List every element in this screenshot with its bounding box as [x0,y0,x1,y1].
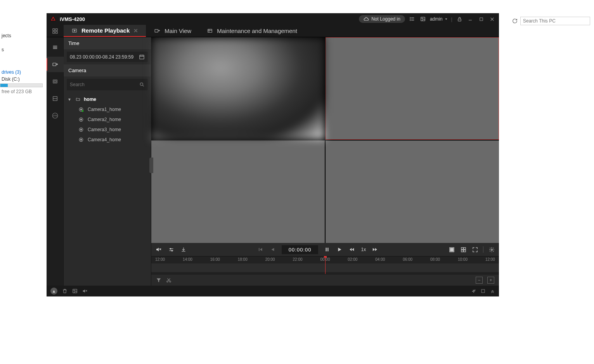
svg-marker-68 [375,248,377,251]
svg-rect-74 [464,250,466,252]
svg-rect-62 [326,248,327,251]
svg-point-46 [82,110,84,112]
disk-label[interactable]: Disk (C:) [0,76,47,83]
list-icon[interactable] [408,15,416,23]
timeline-tick: 12:00 [155,257,165,262]
timeline-tick: 02:00 [348,257,357,262]
timeline-cursor[interactable] [325,257,326,274]
svg-line-79 [168,278,170,281]
svg-rect-30 [53,63,56,66]
close-icon[interactable] [488,15,496,23]
camera-search-input[interactable] [70,82,139,87]
speed-label[interactable]: 1x [361,247,366,252]
explorer-item[interactable]: jects [0,32,47,39]
login-status-text: Not Logged in [371,16,400,22]
svg-rect-13 [480,17,482,20]
download-icon[interactable] [180,246,187,253]
video-pane-4[interactable] [326,140,499,243]
pin-icon[interactable] [471,289,476,294]
play-icon[interactable] [336,246,343,253]
minimize-icon[interactable] [466,15,474,23]
play-reverse-icon[interactable] [269,246,276,253]
user-menu[interactable]: admin [430,16,448,22]
apps-grid-icon[interactable] [47,25,64,37]
picture-icon[interactable] [72,288,78,294]
svg-point-58 [171,250,173,251]
refresh-icon[interactable] [512,18,518,24]
camera-item[interactable]: Camera4_home [78,135,148,145]
video-pane-1[interactable] [151,37,325,140]
image-icon[interactable] [419,15,427,23]
timeline-tick: 04:00 [375,257,385,262]
tab-maintenance[interactable]: Maintenance and Management [199,25,305,37]
titlebar: iVMS-4200 Not Logged in admin | [47,13,499,25]
rail-camera-icon[interactable] [47,57,64,72]
collapse-icon[interactable] [490,289,495,294]
window-icon[interactable] [481,289,485,293]
svg-rect-18 [53,31,55,33]
tab-main-view[interactable]: Main View [146,25,199,37]
ivms-app-window: iVMS-4200 Not Logged in admin | [47,13,499,296]
explorer-toolbar [512,16,594,26]
tab-label: Maintenance and Management [217,28,297,34]
clip-icon[interactable] [166,277,171,283]
tab-label: Remote Playback [81,27,130,34]
lock-icon[interactable] [455,15,463,23]
svg-marker-76 [157,278,161,282]
svg-point-57 [170,248,171,249]
sound-off-icon[interactable] [82,288,88,294]
timeline-tick: 06:00 [403,257,412,262]
tab-bar: Remote Playback ✕ Main View Maintenance … [47,25,499,37]
gear-icon[interactable] [488,246,495,253]
single-view-icon[interactable] [448,246,455,253]
camera-label: Camera2_home [88,117,121,122]
camera-item[interactable]: Camera2_home [78,114,148,125]
grid-view-icon[interactable] [460,246,467,253]
camera-icon [78,107,84,112]
svg-rect-24 [208,29,212,32]
chevron-down-icon: ▾ [68,97,72,102]
rewind-icon[interactable] [348,246,355,253]
tree-node-home[interactable]: ▾ home [67,94,148,104]
rail-storage-icon[interactable] [47,91,64,106]
camera-item[interactable]: Camera1_home [78,104,148,114]
svg-marker-61 [271,248,274,251]
maximize-icon[interactable] [477,15,485,23]
fastforward-icon[interactable] [371,246,378,253]
maintenance-icon [207,28,213,34]
svg-rect-85 [481,289,485,293]
timeline-tick: 20:00 [265,257,275,262]
alert-icon[interactable]: ▲ [50,288,57,295]
login-status-pill[interactable]: Not Logged in [359,15,405,23]
rail-event-icon[interactable] [47,74,64,89]
video-pane-3[interactable] [151,140,325,243]
sliders-icon[interactable] [168,246,175,253]
search-icon[interactable] [139,82,145,87]
tab-remote-playback[interactable]: Remote Playback ✕ [64,25,146,37]
disk-free: free of 223 GB [0,88,47,95]
panel-drag-handle[interactable] [149,158,153,173]
explorer-item[interactable]: s [0,46,47,53]
svg-rect-63 [328,248,329,251]
zoom-out-icon[interactable]: − [476,277,483,284]
filter-icon[interactable] [156,277,161,283]
timeline[interactable]: 12:0014:0016:0018:0020:0022:0000:0002:00… [151,256,499,274]
mute-icon[interactable] [155,246,162,253]
video-pane-2[interactable] [326,37,499,140]
video-grid [151,37,499,243]
rail-atm-icon[interactable]: ATM [47,108,64,123]
zoom-in-icon[interactable]: + [487,277,494,284]
explorer-search-input[interactable] [520,17,590,25]
camera-search-row [67,79,148,90]
rail-hamburger-icon[interactable] [47,40,64,55]
frame-prev-icon[interactable] [257,246,264,253]
pause-icon[interactable] [324,246,331,253]
camera-item[interactable]: Camera3_home [78,125,148,135]
svg-marker-67 [373,248,375,251]
trash-icon[interactable] [62,288,68,294]
calendar-icon[interactable] [139,54,145,60]
drives-header[interactable]: drives (3) [0,69,47,76]
fullscreen-icon[interactable] [471,246,478,253]
tab-close-icon[interactable]: ✕ [133,28,138,34]
svg-rect-32 [53,80,57,83]
